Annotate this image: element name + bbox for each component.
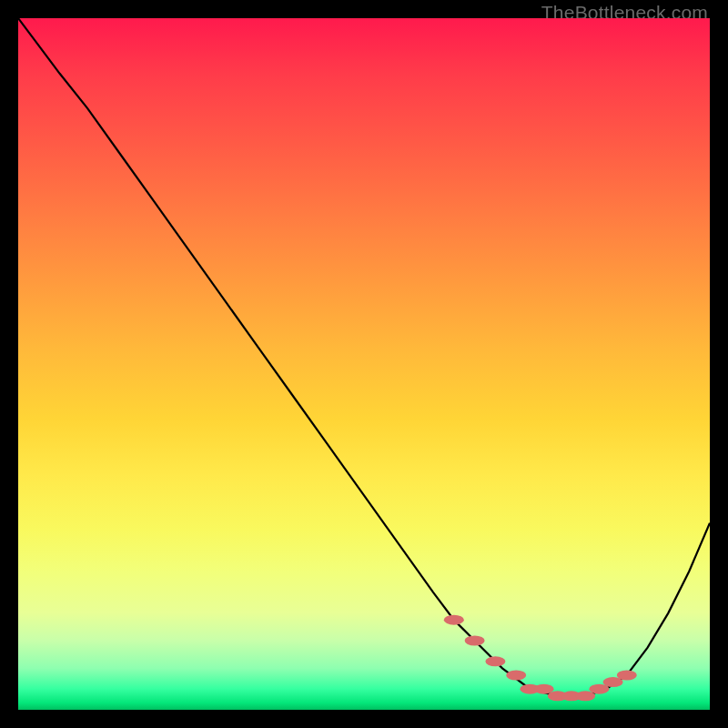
chart-frame: TheBottleneck.com: [0, 0, 728, 728]
sweet-spot-markers: [444, 615, 637, 702]
marker-dot: [617, 671, 637, 681]
chart-svg: [18, 18, 710, 710]
marker-dot: [444, 615, 464, 625]
plot-area: [18, 18, 710, 710]
curve-line: [18, 18, 710, 696]
marker-dot: [506, 671, 526, 681]
bottleneck-curve: [18, 18, 710, 696]
marker-dot: [465, 636, 485, 646]
marker-dot: [485, 656, 505, 666]
